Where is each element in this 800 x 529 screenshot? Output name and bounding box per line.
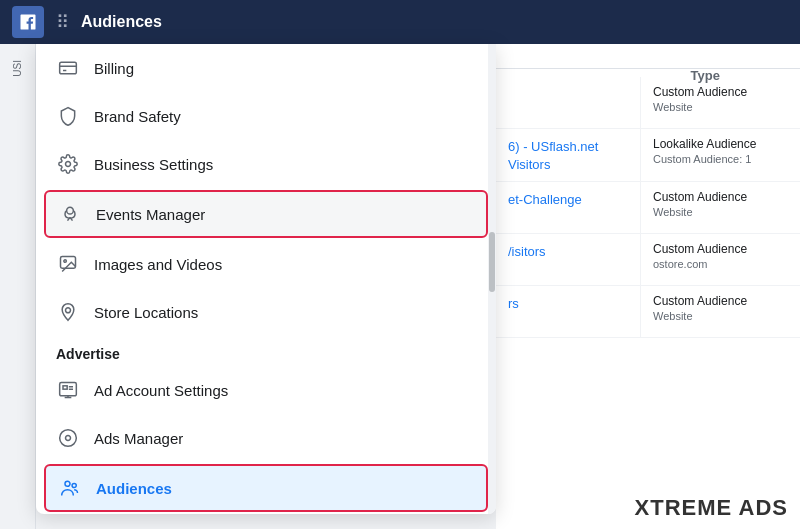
svg-point-4: [67, 207, 74, 214]
row-type-sub: Website: [653, 206, 788, 218]
menu-item-store-locations[interactable]: Store Locations: [36, 288, 496, 336]
row-left: 6) - USflash.net Visitors: [496, 129, 640, 181]
row-type-title: Custom Audience: [653, 85, 788, 99]
row-type-title: Custom Audience: [653, 294, 788, 308]
row-type-sub: ostore.com: [653, 258, 788, 270]
table-row: /isitors Custom Audience ostore.com: [496, 234, 800, 286]
type-column-header: Type: [691, 68, 720, 83]
images-videos-label: Images and Videos: [94, 256, 222, 273]
image-icon: [56, 252, 80, 276]
ad-account-icon: [56, 378, 80, 402]
row-type: Custom Audience Website: [640, 182, 800, 233]
watermark-text1: XTREME: [635, 495, 733, 520]
shield-icon: [56, 104, 80, 128]
svg-point-18: [65, 481, 70, 486]
row-link[interactable]: rs: [508, 296, 519, 311]
location-icon: [56, 300, 80, 324]
grid-icon[interactable]: ⠿: [56, 11, 69, 33]
row-left: /isitors: [496, 234, 640, 285]
business-settings-label: Business Settings: [94, 156, 213, 173]
row-left: [496, 77, 640, 128]
svg-point-16: [60, 430, 77, 447]
table-row: rs Custom Audience Website: [496, 286, 800, 338]
ads-manager-label: Ads Manager: [94, 430, 183, 447]
watermark: XTREME ADS: [635, 495, 788, 521]
row-left: et-Challenge: [496, 182, 640, 233]
table-rows: Custom Audience Website 6) - USflash.net…: [496, 69, 800, 338]
menu-item-business-settings[interactable]: Business Settings: [36, 140, 496, 188]
nav-title: Audiences: [81, 13, 162, 31]
svg-rect-13: [63, 386, 67, 389]
billing-label: Billing: [94, 60, 134, 77]
billing-icon: [56, 56, 80, 80]
table-row: et-Challenge Custom Audience Website: [496, 182, 800, 234]
scrollbar-track[interactable]: [488, 44, 496, 514]
table-row: 6) - USflash.net Visitors Lookalike Audi…: [496, 129, 800, 182]
menu-item-audiences[interactable]: Audiences: [44, 464, 488, 512]
events-icon: [58, 202, 82, 226]
content-header: Type: [496, 44, 800, 69]
row-type: Custom Audience Website: [640, 286, 800, 337]
svg-point-8: [64, 260, 67, 263]
row-type-sub: Website: [653, 310, 788, 322]
menu-item-brand-safety[interactable]: Brand Safety: [36, 92, 496, 140]
row-type-title: Custom Audience: [653, 242, 788, 256]
row-type-title: Custom Audience: [653, 190, 788, 204]
row-type-sub: Website: [653, 101, 788, 113]
table-row: Custom Audience Website: [496, 77, 800, 129]
row-type: Lookalike Audience Custom Audience: 1: [640, 129, 800, 181]
menu-item-billing[interactable]: Billing: [36, 44, 496, 92]
main-area: USI Billing Brand Safety: [0, 44, 800, 529]
svg-point-9: [66, 308, 71, 313]
content-area: Type Custom Audience Website 6) - USflas…: [496, 44, 800, 529]
scrollbar-thumb[interactable]: [489, 232, 495, 292]
ads-manager-icon: [56, 426, 80, 450]
brand-safety-label: Brand Safety: [94, 108, 181, 125]
row-type-sub: Custom Audience: 1: [653, 153, 788, 165]
row-link[interactable]: 6) - USflash.net Visitors: [508, 139, 598, 172]
audiences-icon: [58, 476, 82, 500]
menu-item-images-videos[interactable]: Images and Videos: [36, 240, 496, 288]
store-locations-label: Store Locations: [94, 304, 198, 321]
row-type-title: Lookalike Audience: [653, 137, 788, 151]
menu-item-events-manager[interactable]: Events Manager: [44, 190, 488, 238]
facebook-logo: [12, 6, 44, 38]
svg-point-19: [72, 483, 76, 487]
advertise-section-label: Advertise: [36, 336, 496, 366]
gear-icon: [56, 152, 80, 176]
sidebar-strip-label: USI: [12, 52, 23, 85]
ad-account-settings-label: Ad Account Settings: [94, 382, 228, 399]
svg-rect-0: [60, 62, 77, 74]
dropdown-menu: Billing Brand Safety Business Settings: [36, 44, 496, 514]
events-manager-label: Events Manager: [96, 206, 205, 223]
audiences-label: Audiences: [96, 480, 172, 497]
svg-point-17: [66, 436, 71, 441]
row-left: rs: [496, 286, 640, 337]
top-nav: ⠿ Audiences: [0, 0, 800, 44]
sidebar-strip: USI: [0, 44, 36, 529]
row-link[interactable]: /isitors: [508, 244, 546, 259]
svg-point-3: [66, 162, 71, 167]
menu-item-ad-account-settings[interactable]: Ad Account Settings: [36, 366, 496, 414]
row-type: Custom Audience ostore.com: [640, 234, 800, 285]
row-link[interactable]: et-Challenge: [508, 192, 582, 207]
row-type: Custom Audience Website: [640, 77, 800, 128]
menu-item-ads-manager[interactable]: Ads Manager: [36, 414, 496, 462]
svg-rect-10: [60, 383, 77, 396]
watermark-text2: ADS: [739, 495, 788, 520]
